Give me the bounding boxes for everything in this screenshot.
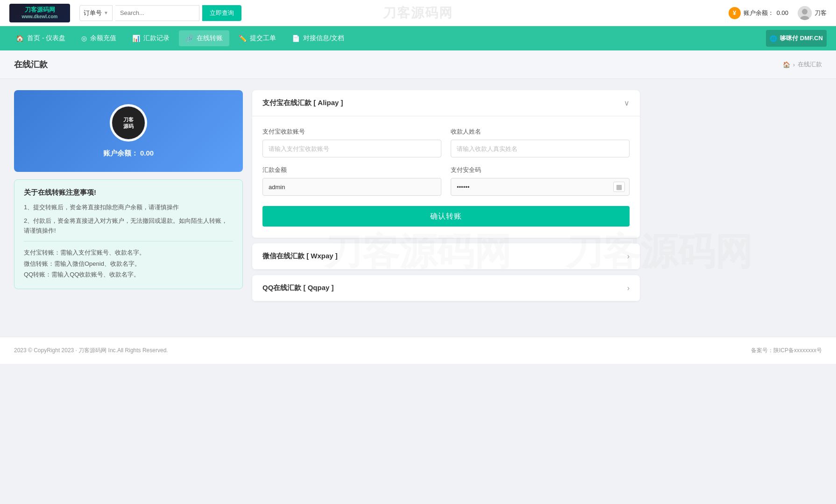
alipay-section: 支付宝在线汇款 [ Alipay ] ∨ 支付宝收款账号 收款人姓名 [252,90,640,238]
records-icon: 📊 [132,35,140,42]
nav-item-recharge[interactable]: ◎ 余额充值 [75,30,123,46]
security-field-wrapper: ▦ [451,178,630,196]
balance-text: 账户余额： [103,149,138,157]
avatar-inner-text: 刀客 源码 [112,106,145,139]
wxpay-header[interactable]: 微信在线汇款 [ Wxpay ] › [252,243,640,270]
balance-value: 0.00 [777,9,788,16]
yuan-icon: ¥ [729,7,741,19]
wxpay-title: 微信在线汇款 [ Wxpay ] [262,252,338,261]
nav-label-records: 汇款记录 [143,34,170,43]
nav-item-home[interactable]: 🏠 首页 - 仪表盘 [9,30,72,46]
alipay-amount-input[interactable] [262,178,441,196]
notice-divider [24,241,233,241]
search-type-label: 订单号 [84,9,102,17]
nav-item-docs[interactable]: 📄 对接信息/文档 [285,30,351,46]
nav-label-recharge: 余额充值 [90,34,116,43]
nav-item-submit[interactable]: ✏️ 提交工单 [232,30,283,46]
alipay-chevron-icon: ∨ [624,99,630,107]
breadcrumb: 🏠 › 在线汇款 [783,60,822,69]
alipay-header[interactable]: 支付宝在线汇款 [ Alipay ] ∨ [252,90,640,116]
home-breadcrumb-icon: 🏠 [783,61,790,68]
breadcrumb-current: 在线汇款 [798,60,822,69]
footer-icp: 备案号：陕ICP备xxxxxxxx号 [751,347,822,355]
breadcrumb-home-link[interactable]: 🏠 [783,61,790,68]
user-card-avatar: 刀客 源码 [110,104,147,142]
balance-info: ¥ 账户余额： 0.00 [729,7,788,19]
main-content: 刀客 源码 账户余额： 0.00 关于在线转账注意事项! 1、提交转账后，资金将… [0,79,654,318]
amount-form-group: 汇款金额 [262,166,441,196]
security-label: 支付安全码 [451,166,630,174]
wxpay-section: 微信在线汇款 [ Wxpay ] › [252,243,640,270]
amount-label: 汇款金额 [262,166,441,174]
qqpay-section: QQ在线汇款 [ Qqpay ] › [252,275,640,301]
confirm-transfer-button[interactable]: 确认转账 [262,206,630,227]
alipay-row-1: 支付宝收款账号 收款人姓名 [262,128,630,157]
nav-brand-logo: 🌐 哆咪付 DMF.CN [766,30,827,47]
submit-icon: ✏️ [239,35,247,42]
notice-title: 关于在线转账注意事项! [24,188,233,197]
alipay-title: 支付宝在线汇款 [ Alipay ] [262,99,343,107]
nav-label-home: 首页 - 仪表盘 [27,34,65,43]
nav-label-docs: 对接信息/文档 [303,34,344,43]
footer-copyright: 2023 © CopyRight 2023 · 刀客源码网 Inc.All Ri… [14,347,168,355]
nav-items: 🏠 首页 - 仪表盘 ◎ 余额充值 📊 汇款记录 🔗 在线转账 ✏️ 提交工单 … [9,30,351,46]
breadcrumb-separator: › [793,61,795,68]
notice-tip-wechat: 微信转账：需输入微信Openid、收款名字。 [24,258,233,269]
nav-brand: 🌐 哆咪付 DMF.CN [766,30,827,47]
search-type-dropdown[interactable]: 订单号 ▼ [79,5,113,21]
nav-brand-icon: 🌐 [770,35,777,42]
left-panel: 刀客 源码 账户余额： 0.00 关于在线转账注意事项! 1、提交转账后，资金将… [14,90,243,307]
docs-icon: 📄 [292,35,300,42]
nav-item-transfer[interactable]: 🔗 在线转账 [179,30,229,46]
name-label: 收款人姓名 [451,128,630,136]
recharge-icon: ◎ [81,35,87,42]
nav-item-records[interactable]: 📊 汇款记录 [126,30,176,46]
logo-line2: www.dkewl.com [22,14,58,20]
notice-item-1: 1、提交转账后，资金将直接扣除您商户余额，请谨慎操作 [24,203,233,213]
transfer-icon: 🔗 [185,35,193,42]
right-panel: 支付宝在线汇款 [ Alipay ] ∨ 支付宝收款账号 收款人姓名 [252,90,640,307]
topbar-watermark: 刀客源码网 [383,4,453,22]
home-icon: 🏠 [16,35,24,42]
alipay-security-input[interactable] [451,178,630,196]
alipay-body: 支付宝收款账号 收款人姓名 汇款金额 支付安全码 [252,116,640,238]
notice-tip-alipay: 支付宝转账：需输入支付宝账号、收款名字。 [24,247,233,258]
account-form-group: 支付宝收款账号 [262,128,441,157]
balance-label: 账户余额： [744,9,774,17]
qqpay-chevron-icon: › [627,284,630,292]
alipay-name-input[interactable] [451,140,630,157]
notice-extra: 支付宝转账：需输入支付宝账号、收款名字。 微信转账：需输入微信Openid、收款… [24,247,233,280]
footer: 2023 © CopyRight 2023 · 刀客源码网 Inc.All Ri… [0,337,836,364]
user-name: 刀客 [815,9,827,17]
nav-bar: 🏠 首页 - 仪表盘 ◎ 余额充值 📊 汇款记录 🔗 在线转账 ✏️ 提交工单 … [0,26,836,50]
user-card: 刀客 源码 账户余额： 0.00 [14,90,243,172]
top-bar: 刀客源码网 www.dkewl.com 订单号 ▼ 立即查询 刀客源码网 ¥ 账… [0,0,836,26]
user-balance-display: 账户余额： 0.00 [28,149,229,158]
search-button[interactable]: 立即查询 [202,5,241,21]
alipay-account-input[interactable] [262,140,441,157]
qqpay-title: QQ在线汇款 [ Qqpay ] [262,284,334,292]
search-area: 订单号 ▼ 立即查询 [79,5,241,21]
nav-label-submit: 提交工单 [250,34,276,43]
name-form-group: 收款人姓名 [451,128,630,157]
user-avatar [798,6,812,20]
account-label: 支付宝收款账号 [262,128,441,136]
logo-line1: 刀客源码网 [22,6,58,14]
dropdown-arrow-icon: ▼ [104,10,108,15]
alipay-row-2: 汇款金额 支付安全码 ▦ [262,166,630,196]
nav-label-transfer: 在线转账 [197,34,223,43]
password-toggle-icon[interactable]: ▦ [613,182,625,192]
nav-brand-text: 哆咪付 DMF.CN [780,34,823,43]
wxpay-chevron-icon: › [627,252,630,261]
site-logo: 刀客源码网 www.dkewl.com [9,4,70,22]
user-info[interactable]: 刀客 [798,6,827,20]
notice-tip-qq: QQ转账：需输入QQ收款账号、收款名字。 [24,269,233,280]
balance-number: 0.00 [140,149,154,157]
security-form-group: 支付安全码 ▦ [451,166,630,196]
search-input[interactable] [115,5,199,21]
page-title: 在线汇款 [14,59,48,70]
page-header: 在线汇款 🏠 › 在线汇款 [0,50,836,79]
top-right-area: ¥ 账户余额： 0.00 刀客 [729,6,827,20]
notice-box: 关于在线转账注意事项! 1、提交转账后，资金将直接扣除您商户余额，请谨慎操作 2… [14,179,243,289]
qqpay-header[interactable]: QQ在线汇款 [ Qqpay ] › [252,275,640,301]
